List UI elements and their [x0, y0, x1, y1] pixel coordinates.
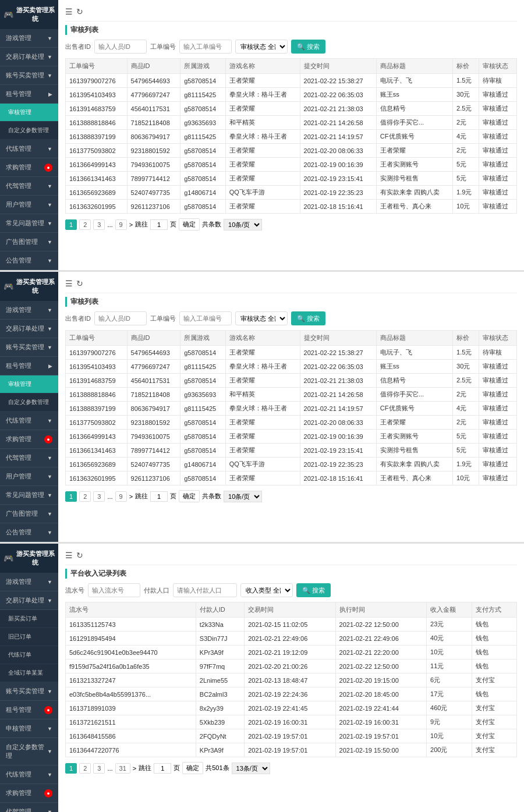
search-btn3[interactable]: 🔍 搜索: [296, 583, 331, 597]
page-btn3-31[interactable]: 31: [115, 763, 130, 774]
sidebar-item-rent1[interactable]: 租号管理▶: [0, 85, 58, 104]
per-page-select1[interactable]: 10条/页 20条/页 50条/页: [224, 219, 262, 231]
section1: 🎮 游买卖管理系统 游戏管理▼ 交易订单处理▼ 账号买卖管理▼ 租号管理▶ 审核…: [0, 0, 524, 272]
page-btn3-2[interactable]: 2: [79, 763, 91, 774]
sidebar3-game[interactable]: 游戏管理▼: [0, 573, 58, 591]
search-btn1[interactable]: 🔍 搜索: [291, 40, 325, 54]
refresh-icon3[interactable]: ↻: [76, 551, 83, 560]
table-row: 161365692368952407497735g14806714QQ飞车手游2…: [66, 458, 517, 471]
sidebar3-audit-main[interactable]: 申核管理▼: [0, 719, 58, 738]
filter-bar2: 出售者ID 工单编号 审核状态 全部 待审核 审核通过 🔍 搜索: [65, 311, 517, 325]
sidebar-item-game1[interactable]: 游戏管理▼: [0, 29, 58, 48]
sidebar2: 🎮 游买卖管理系统 游戏管理▼ 交易订单处理▼ 账号买卖管理▼ 租号管理▶ 审核…: [0, 272, 58, 542]
search-btn2[interactable]: 🔍 搜索: [291, 311, 325, 325]
table-row: 161366499914379493610075g58708514王者荣耀202…: [66, 430, 517, 444]
menu-icon1[interactable]: ☰: [65, 7, 73, 16]
status-select2[interactable]: 审核状态 全部 待审核 审核通过: [235, 311, 288, 325]
page-btn3-1[interactable]: 1: [65, 763, 77, 774]
sidebar-item-faq1[interactable]: 常见问题管理▼: [0, 214, 58, 233]
buy-badge1: ●: [44, 164, 52, 172]
sidebar3-buy[interactable]: 求购管理 ●: [0, 784, 58, 803]
goto-input2[interactable]: [150, 491, 168, 502]
sidebar3-rent[interactable]: 租号管理 ●: [0, 701, 58, 719]
sidebar3-new-order[interactable]: 新买卖订单: [0, 610, 58, 628]
page-btn-1[interactable]: 1: [65, 219, 77, 230]
sidebar-item-params1[interactable]: 自定义参数管理: [0, 122, 58, 140]
page-btn2-9[interactable]: 9: [115, 491, 127, 502]
sidebar-item-audit1[interactable]: 审核管理: [0, 104, 58, 122]
col-pay-method: 支付方式: [472, 602, 516, 618]
menu-icon2[interactable]: ☰: [65, 279, 73, 288]
sidebar-item-audit2[interactable]: 审核管理: [0, 375, 58, 393]
seller-id-input2[interactable]: [94, 311, 147, 325]
sidebar-item-ad1[interactable]: 广告图管理▼: [0, 233, 58, 251]
page-btn2-2[interactable]: 2: [79, 491, 91, 502]
seller-id-label1: 出售者ID: [65, 42, 91, 51]
sidebar-item-account1[interactable]: 账号买卖管理▼: [0, 66, 58, 85]
sidebar3-order[interactable]: 交易订单处理▼: [0, 591, 58, 610]
sidebar-item-user1[interactable]: 用户管理▼: [0, 196, 58, 214]
page-btn2-1[interactable]: 1: [65, 491, 77, 502]
per-page-select2[interactable]: 10条/页 20条/页 50条/页: [224, 491, 262, 502]
sidebar-item-order2[interactable]: 交易订单处理▼: [0, 320, 58, 338]
sidebar-item-ad2[interactable]: 广告图管理▼: [0, 505, 58, 523]
sidebar-item-train2[interactable]: 代练管理▼: [0, 412, 58, 430]
sidebar-item-faq2[interactable]: 常见问题管理▼: [0, 486, 58, 505]
order-num-input1[interactable]: [179, 40, 232, 54]
sidebar-item-train1[interactable]: 代练管理▼: [0, 140, 58, 158]
confirm-btn1[interactable]: 确定: [179, 218, 200, 231]
col-game-belong2: 所属游戏: [180, 331, 226, 346]
page-btn-2[interactable]: 2: [79, 219, 91, 230]
search-icon3: 🔍: [302, 587, 310, 594]
sidebar-item-buy2[interactable]: 求购管理 ●: [0, 430, 58, 449]
sidebar-item-driver2[interactable]: 代驾管理▼: [0, 449, 58, 467]
seller-id-input1[interactable]: [94, 40, 147, 54]
menu-icon3[interactable]: ☰: [65, 551, 73, 560]
order-num-input2[interactable]: [179, 311, 232, 325]
table-row: 16137216215115Xkb2392021-02-19 16:00:312…: [66, 715, 517, 729]
sidebar-item-account2[interactable]: 账号买卖管理▼: [0, 338, 58, 357]
sidebar3-full-order[interactable]: 全域订单某某: [0, 664, 58, 682]
table-row: 161365692368952407497735g14806714QQ飞车手游2…: [66, 186, 517, 200]
sidebar3-driver[interactable]: 代驾管理▼: [0, 803, 58, 812]
sidebar-item-rent2[interactable]: 租号管理▶: [0, 357, 58, 375]
confirm-btn2[interactable]: 确定: [179, 490, 200, 502]
refresh-icon1[interactable]: ↻: [76, 7, 83, 16]
per-page-select3[interactable]: 13条/页 20条/页 50条/页: [232, 763, 270, 774]
flow-num-input[interactable]: [88, 583, 140, 597]
sidebar-item-order1[interactable]: 交易订单处理▼: [0, 48, 58, 66]
sidebar-item-buy1[interactable]: 求购管理 ●: [0, 158, 58, 177]
income-type-select[interactable]: 收入类型 全部 钱包 支付宝 支付宝: [240, 583, 293, 597]
status-select1[interactable]: 审核状态 全部 待审核 审核通过: [235, 40, 288, 54]
refresh-icon2[interactable]: ↻: [76, 279, 83, 288]
goto-input3[interactable]: [154, 763, 171, 774]
table-row: e03fc5be8b4a4b55991376...BC2alml32021-02…: [66, 687, 517, 701]
page-btn2-3[interactable]: 3: [93, 491, 105, 502]
sidebar-item-params2[interactable]: 自定义参数管理: [0, 393, 58, 412]
search-icon1: 🔍: [297, 43, 305, 51]
sidebar3-sub-order: 新买卖订单 旧已订单 代练订单 全域订单某某: [0, 610, 58, 682]
col-product-title: 商品标题: [376, 59, 452, 74]
sidebar-item-notice1[interactable]: 公告管理▼: [0, 251, 58, 270]
sidebar-item-notice2[interactable]: 公告管理▼: [0, 523, 58, 542]
payer-input[interactable]: [173, 583, 237, 597]
sidebar-item-driver1[interactable]: 代驾管理▼: [0, 177, 58, 196]
page-btn-3[interactable]: 3: [93, 219, 105, 230]
sidebar-item-game2[interactable]: 游戏管理▼: [0, 301, 58, 320]
goto-input1[interactable]: [150, 219, 168, 230]
sidebar3-train[interactable]: 代练管理▼: [0, 765, 58, 784]
sidebar3-train-order[interactable]: 代练订单: [0, 646, 58, 664]
confirm-btn3[interactable]: 确定: [182, 762, 203, 774]
table-row: 161397900727654796544693g58708514王者荣耀202…: [66, 346, 517, 360]
goto-label1: 跳往: [135, 220, 148, 229]
logo-icon1: 🎮: [3, 10, 13, 19]
buy-badge2: ●: [44, 435, 52, 444]
page-btn3-3[interactable]: 3: [93, 763, 105, 774]
page-btn-9[interactable]: 9: [115, 219, 127, 230]
sidebar3-params[interactable]: 自定义参数管理▼: [0, 738, 58, 765]
sidebar-sub1: 审核管理 自定义参数管理: [0, 104, 58, 140]
sidebar3-account[interactable]: 账号买卖管理▼: [0, 682, 58, 701]
sidebar3-old-order[interactable]: 旧已订单: [0, 628, 58, 646]
col-status2: 审核状态: [479, 331, 516, 346]
sidebar-item-user2[interactable]: 用户管理▼: [0, 467, 58, 486]
